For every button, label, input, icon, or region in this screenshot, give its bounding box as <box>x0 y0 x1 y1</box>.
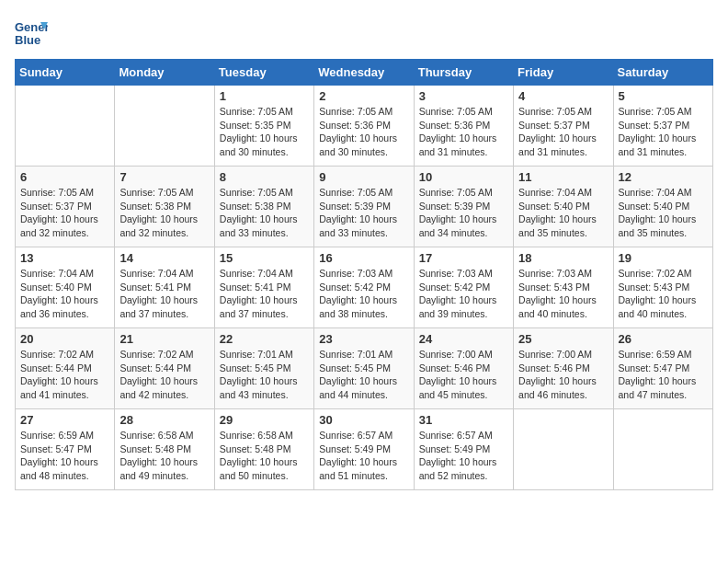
calendar-week-row: 1Sunrise: 7:05 AM Sunset: 5:35 PM Daylig… <box>16 86 713 167</box>
calendar-cell: 13Sunrise: 7:04 AM Sunset: 5:40 PM Dayli… <box>16 247 115 328</box>
day-info: Sunrise: 7:05 AM Sunset: 5:39 PM Dayligh… <box>319 186 408 240</box>
day-info: Sunrise: 7:05 AM Sunset: 5:37 PM Dayligh… <box>518 105 608 159</box>
day-number: 24 <box>419 332 508 346</box>
day-info: Sunrise: 7:05 AM Sunset: 5:36 PM Dayligh… <box>319 105 408 159</box>
calendar-cell: 24Sunrise: 7:00 AM Sunset: 5:46 PM Dayli… <box>414 328 513 409</box>
day-info: Sunrise: 7:05 AM Sunset: 5:38 PM Dayligh… <box>119 186 209 240</box>
calendar-cell: 15Sunrise: 7:04 AM Sunset: 5:41 PM Dayli… <box>214 247 313 328</box>
day-info: Sunrise: 7:02 AM Sunset: 5:44 PM Dayligh… <box>20 348 109 402</box>
calendar-cell: 20Sunrise: 7:02 AM Sunset: 5:44 PM Dayli… <box>16 328 115 409</box>
day-info: Sunrise: 7:05 AM Sunset: 5:37 PM Dayligh… <box>619 105 708 159</box>
day-info: Sunrise: 7:00 AM Sunset: 5:46 PM Dayligh… <box>518 348 608 402</box>
day-number: 17 <box>419 251 508 265</box>
day-number: 30 <box>319 413 408 427</box>
calendar-body: 1Sunrise: 7:05 AM Sunset: 5:35 PM Daylig… <box>16 86 713 490</box>
calendar-cell: 10Sunrise: 7:05 AM Sunset: 5:39 PM Dayli… <box>414 167 513 247</box>
day-number: 19 <box>619 251 708 265</box>
day-number: 1 <box>220 89 309 103</box>
day-info: Sunrise: 7:02 AM Sunset: 5:43 PM Dayligh… <box>619 267 708 321</box>
day-number: 23 <box>319 332 408 346</box>
day-info: Sunrise: 7:02 AM Sunset: 5:44 PM Dayligh… <box>119 348 209 402</box>
day-number: 16 <box>319 251 408 265</box>
calendar-cell: 25Sunrise: 7:00 AM Sunset: 5:46 PM Dayli… <box>514 328 613 409</box>
day-info: Sunrise: 7:05 AM Sunset: 5:39 PM Dayligh… <box>419 186 508 240</box>
day-number: 18 <box>518 251 608 265</box>
weekday-header: Wednesday <box>314 60 414 86</box>
calendar-cell: 31Sunrise: 6:57 AM Sunset: 5:49 PM Dayli… <box>414 409 513 490</box>
day-number: 14 <box>119 251 209 265</box>
calendar-cell: 21Sunrise: 7:02 AM Sunset: 5:44 PM Dayli… <box>115 328 214 409</box>
day-number: 12 <box>619 170 708 184</box>
day-number: 2 <box>319 89 408 103</box>
day-info: Sunrise: 6:59 AM Sunset: 5:47 PM Dayligh… <box>20 429 109 483</box>
calendar-cell: 16Sunrise: 7:03 AM Sunset: 5:42 PM Dayli… <box>314 247 414 328</box>
calendar-cell: 23Sunrise: 7:01 AM Sunset: 5:45 PM Dayli… <box>314 328 414 409</box>
day-info: Sunrise: 7:05 AM Sunset: 5:36 PM Dayligh… <box>419 105 508 159</box>
weekday-header: Saturday <box>613 60 712 86</box>
day-info: Sunrise: 7:00 AM Sunset: 5:46 PM Dayligh… <box>419 348 508 402</box>
calendar-cell: 3Sunrise: 7:05 AM Sunset: 5:36 PM Daylig… <box>414 86 513 167</box>
calendar-cell: 30Sunrise: 6:57 AM Sunset: 5:49 PM Dayli… <box>314 409 414 490</box>
day-number: 4 <box>518 89 608 103</box>
calendar-cell: 4Sunrise: 7:05 AM Sunset: 5:37 PM Daylig… <box>514 86 613 167</box>
calendar-cell: 8Sunrise: 7:05 AM Sunset: 5:38 PM Daylig… <box>214 167 313 247</box>
calendar-week-row: 6Sunrise: 7:05 AM Sunset: 5:37 PM Daylig… <box>16 167 713 247</box>
day-number: 8 <box>220 170 309 184</box>
calendar-cell: 12Sunrise: 7:04 AM Sunset: 5:40 PM Dayli… <box>613 167 712 247</box>
day-info: Sunrise: 6:58 AM Sunset: 5:48 PM Dayligh… <box>119 429 209 483</box>
calendar-cell: 17Sunrise: 7:03 AM Sunset: 5:42 PM Dayli… <box>414 247 513 328</box>
day-number: 13 <box>20 251 109 265</box>
day-info: Sunrise: 6:57 AM Sunset: 5:49 PM Dayligh… <box>419 429 508 483</box>
day-info: Sunrise: 7:01 AM Sunset: 5:45 PM Dayligh… <box>220 348 309 402</box>
calendar-cell <box>613 409 712 490</box>
logo-icon: General Blue <box>15 15 48 48</box>
day-info: Sunrise: 7:05 AM Sunset: 5:38 PM Dayligh… <box>220 186 309 240</box>
day-number: 3 <box>419 89 508 103</box>
day-number: 26 <box>619 332 708 346</box>
page-header: General Blue <box>15 15 713 48</box>
day-info: Sunrise: 7:04 AM Sunset: 5:40 PM Dayligh… <box>619 186 708 240</box>
svg-text:Blue: Blue <box>15 33 40 47</box>
day-info: Sunrise: 6:59 AM Sunset: 5:47 PM Dayligh… <box>619 348 708 402</box>
weekday-header: Tuesday <box>214 60 313 86</box>
weekday-header: Friday <box>514 60 613 86</box>
weekday-header: Monday <box>115 60 214 86</box>
day-info: Sunrise: 6:57 AM Sunset: 5:49 PM Dayligh… <box>319 429 408 483</box>
day-info: Sunrise: 7:04 AM Sunset: 5:40 PM Dayligh… <box>518 186 608 240</box>
day-number: 29 <box>220 413 309 427</box>
day-number: 11 <box>518 170 608 184</box>
calendar-cell: 9Sunrise: 7:05 AM Sunset: 5:39 PM Daylig… <box>314 167 414 247</box>
day-number: 27 <box>20 413 109 427</box>
day-number: 15 <box>220 251 309 265</box>
calendar-cell: 29Sunrise: 6:58 AM Sunset: 5:48 PM Dayli… <box>214 409 313 490</box>
calendar-cell: 19Sunrise: 7:02 AM Sunset: 5:43 PM Dayli… <box>613 247 712 328</box>
calendar-cell: 5Sunrise: 7:05 AM Sunset: 5:37 PM Daylig… <box>613 86 712 167</box>
calendar-cell: 22Sunrise: 7:01 AM Sunset: 5:45 PM Dayli… <box>214 328 313 409</box>
calendar-week-row: 27Sunrise: 6:59 AM Sunset: 5:47 PM Dayli… <box>16 409 713 490</box>
day-info: Sunrise: 7:01 AM Sunset: 5:45 PM Dayligh… <box>319 348 408 402</box>
day-number: 5 <box>619 89 708 103</box>
calendar-cell: 28Sunrise: 6:58 AM Sunset: 5:48 PM Dayli… <box>115 409 214 490</box>
calendar-cell: 6Sunrise: 7:05 AM Sunset: 5:37 PM Daylig… <box>16 167 115 247</box>
day-info: Sunrise: 7:05 AM Sunset: 5:35 PM Dayligh… <box>220 105 309 159</box>
calendar-cell <box>115 86 214 167</box>
day-number: 21 <box>119 332 209 346</box>
weekday-header: Sunday <box>16 60 115 86</box>
calendar-cell <box>16 86 115 167</box>
calendar-cell: 14Sunrise: 7:04 AM Sunset: 5:41 PM Dayli… <box>115 247 214 328</box>
calendar-cell <box>514 409 613 490</box>
calendar-cell: 7Sunrise: 7:05 AM Sunset: 5:38 PM Daylig… <box>115 167 214 247</box>
calendar-cell: 2Sunrise: 7:05 AM Sunset: 5:36 PM Daylig… <box>314 86 414 167</box>
calendar-week-row: 13Sunrise: 7:04 AM Sunset: 5:40 PM Dayli… <box>16 247 713 328</box>
day-info: Sunrise: 7:03 AM Sunset: 5:43 PM Dayligh… <box>518 267 608 321</box>
calendar-table: SundayMondayTuesdayWednesdayThursdayFrid… <box>15 59 713 490</box>
calendar-cell: 27Sunrise: 6:59 AM Sunset: 5:47 PM Dayli… <box>16 409 115 490</box>
calendar-cell: 1Sunrise: 7:05 AM Sunset: 5:35 PM Daylig… <box>214 86 313 167</box>
day-number: 22 <box>220 332 309 346</box>
weekday-header: Thursday <box>414 60 513 86</box>
logo: General Blue <box>15 15 51 48</box>
calendar-cell: 11Sunrise: 7:04 AM Sunset: 5:40 PM Dayli… <box>514 167 613 247</box>
day-number: 25 <box>518 332 608 346</box>
calendar-header: SundayMondayTuesdayWednesdayThursdayFrid… <box>16 60 713 86</box>
calendar-cell: 26Sunrise: 6:59 AM Sunset: 5:47 PM Dayli… <box>613 328 712 409</box>
